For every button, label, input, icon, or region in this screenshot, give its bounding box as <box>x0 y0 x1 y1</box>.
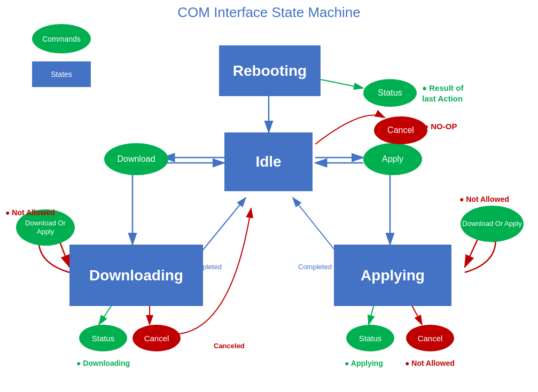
state-idle: Idle <box>224 132 313 191</box>
command-download-or-apply-right: Download Or Apply <box>461 206 524 242</box>
command-status-applying: Status <box>346 325 394 351</box>
legend-states: States <box>32 61 91 87</box>
label-completed-right: Completed <box>298 263 332 271</box>
state-rebooting: Rebooting <box>219 45 321 96</box>
svg-line-14 <box>99 304 112 325</box>
command-cancel-downloading: Cancel <box>132 325 181 351</box>
command-download: Download <box>104 143 168 175</box>
svg-line-16 <box>369 304 374 325</box>
command-cancel-applying: Cancel <box>406 325 454 351</box>
svg-line-11 <box>198 198 246 256</box>
label-no-op: ● NO-OP <box>424 122 457 131</box>
label-canceled: Canceled <box>214 342 245 350</box>
svg-line-13 <box>318 79 363 88</box>
label-not-allowed-left: ● Not Allowed <box>5 208 55 217</box>
svg-line-17 <box>411 304 422 325</box>
command-cancel-top: Cancel <box>374 116 427 144</box>
label-applying-status: ● Applying <box>345 359 383 367</box>
label-not-allowed-right: ● Not Allowed <box>459 195 509 203</box>
command-status-top: Status <box>363 79 417 107</box>
diagram-title: COM Interface State Machine <box>0 4 538 21</box>
label-downloading-status: ● Downloading <box>76 359 130 367</box>
state-applying: Applying <box>334 245 451 306</box>
label-completed-left: Completed <box>188 263 222 271</box>
label-result-of-last-action: ● Result oflast Action <box>422 83 463 104</box>
label-not-allowed-applying: ● Not Allowed <box>405 359 455 367</box>
command-status-downloading: Status <box>79 325 127 351</box>
svg-line-12 <box>293 198 340 256</box>
legend-commands: Commands <box>32 24 91 53</box>
state-downloading: Downloading <box>69 245 203 306</box>
command-apply: Apply <box>363 143 422 175</box>
diagram-container: COM Interface State Machine <box>0 0 538 392</box>
